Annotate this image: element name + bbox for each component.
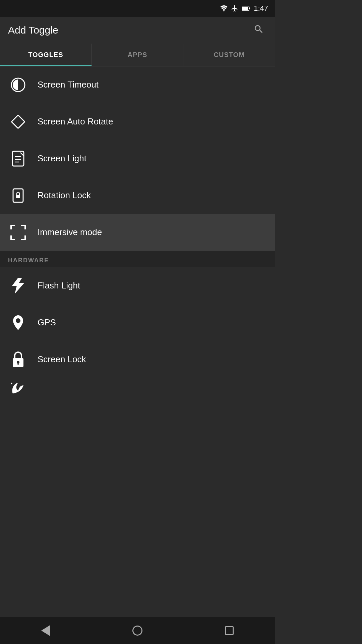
list-item-flash-light[interactable]: Flash Light: [0, 267, 275, 304]
list-item-screen-timeout[interactable]: Screen Timeout: [0, 66, 275, 103]
screen-light-label: Screen Light: [38, 153, 86, 164]
status-icons: 1:47: [220, 4, 268, 13]
tab-toggles[interactable]: TOGGLES: [0, 44, 92, 66]
svg-rect-2: [249, 7, 250, 9]
screen-light-icon: [8, 149, 28, 169]
list-item-screen-lock[interactable]: Screen Lock: [0, 341, 275, 378]
tab-custom[interactable]: CUSTOM: [183, 44, 275, 66]
list-item-partial[interactable]: [0, 378, 275, 398]
status-time: 1:47: [254, 4, 268, 13]
list-item-screen-light[interactable]: Screen Light: [0, 140, 275, 177]
rotation-lock-label: Rotation Lock: [38, 190, 91, 201]
search-icon: [253, 24, 264, 35]
wifi-icon: [220, 5, 228, 11]
hardware-list: Flash Light GPS Screen Lock: [0, 267, 275, 398]
svg-rect-5: [12, 151, 24, 166]
screen-auto-rotate-icon: [8, 112, 28, 132]
list-item-immersive-mode[interactable]: Immersive mode: [0, 214, 275, 251]
tabs: TOGGLES APPS CUSTOM: [0, 44, 275, 66]
gps-icon: [8, 313, 28, 333]
hardware-label: HARDWARE: [8, 257, 49, 264]
status-bar: 1:47: [0, 0, 275, 17]
flash-light-label: Flash Light: [38, 280, 80, 291]
airplane-icon: [231, 5, 238, 12]
svg-line-17: [11, 383, 12, 384]
search-button[interactable]: [251, 21, 267, 40]
svg-point-13: [16, 318, 20, 323]
immersive-mode-label: Immersive mode: [38, 227, 102, 237]
header: Add Toggle: [0, 17, 275, 44]
screen-timeout-label: Screen Timeout: [38, 79, 99, 90]
rotation-lock-icon: [8, 185, 28, 206]
immersive-mode-icon: [8, 222, 28, 243]
svg-rect-1: [242, 7, 248, 10]
gps-label: GPS: [38, 317, 56, 328]
tab-apps[interactable]: APPS: [92, 44, 184, 66]
flash-light-icon: [8, 276, 28, 296]
screen-lock-icon: [8, 350, 28, 370]
svg-rect-11: [16, 195, 20, 198]
screen-auto-rotate-label: Screen Auto Rotate: [38, 116, 113, 127]
list-item-rotation-lock[interactable]: Rotation Lock: [0, 177, 275, 214]
svg-marker-12: [12, 278, 24, 294]
toggles-list: Screen Timeout Screen Auto Rotate Screen…: [0, 66, 275, 251]
screen-lock-label: Screen Lock: [38, 354, 86, 365]
page-title: Add Toggle: [8, 24, 58, 36]
partial-icon: [8, 378, 28, 398]
list-item-screen-auto-rotate[interactable]: Screen Auto Rotate: [0, 103, 275, 140]
list-item-gps[interactable]: GPS: [0, 304, 275, 341]
battery-icon: [242, 5, 250, 11]
svg-rect-4: [11, 115, 25, 128]
screen-timeout-icon: [8, 75, 28, 95]
hardware-section-header: HARDWARE: [0, 251, 275, 267]
